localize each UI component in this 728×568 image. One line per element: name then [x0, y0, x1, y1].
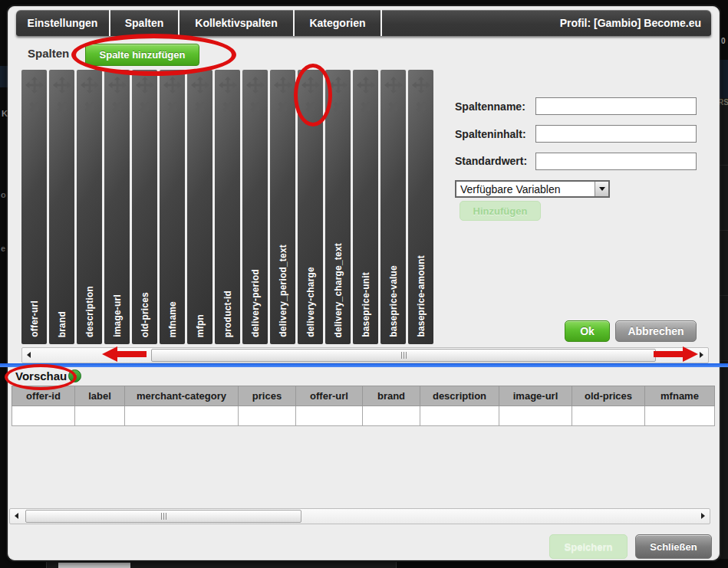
remove-column-icon[interactable]	[219, 99, 236, 115]
sortable-column[interactable]: mfpn	[187, 70, 212, 344]
sortable-column[interactable]: delivery_charge_text	[325, 70, 351, 344]
move-icon[interactable]	[412, 76, 430, 94]
save-button[interactable]: Speichern	[549, 534, 628, 559]
remove-column-icon[interactable]	[413, 99, 429, 115]
move-icon[interactable]	[384, 76, 403, 94]
sortable-column[interactable]: baseprice-amount	[408, 70, 433, 344]
scroll-right-icon[interactable]	[699, 512, 707, 520]
tab-kategorien[interactable]: Kategorien	[295, 10, 382, 36]
tab-kollektivspalten[interactable]: Kollektivspalten	[180, 10, 295, 36]
scroll-left-icon[interactable]	[25, 351, 33, 359]
scrollbar-thumb[interactable]	[151, 349, 656, 362]
scrollbar-thumb[interactable]	[25, 510, 301, 523]
tab-label: Spalten	[125, 17, 164, 29]
add-column-button[interactable]: Spalte hinzufügen	[85, 44, 199, 66]
remove-column-icon[interactable]	[247, 99, 263, 115]
column-label: delivery-period	[250, 269, 261, 337]
move-icon[interactable]	[108, 76, 127, 94]
move-icon[interactable]	[246, 76, 265, 94]
columns-dialog: Einstellungen Spalten Kollektivspalten K…	[8, 6, 720, 560]
remove-column-icon[interactable]	[275, 99, 291, 115]
move-icon[interactable]	[81, 76, 99, 94]
sortable-column[interactable]: product-id	[215, 70, 240, 344]
scroll-right-icon[interactable]	[697, 351, 705, 359]
remove-column-icon[interactable]	[164, 99, 180, 115]
close-button[interactable]: Schließen	[635, 534, 712, 559]
remove-column-icon[interactable]	[137, 99, 153, 115]
preview-title: Vorschau	[15, 369, 67, 382]
remove-column-icon[interactable]	[54, 99, 70, 115]
preview-cell	[645, 406, 715, 426]
remove-column-icon[interactable]	[330, 99, 346, 115]
column-content-label: Spalteninhalt:	[455, 128, 526, 140]
column-name-input[interactable]	[535, 97, 697, 115]
tab-label: Kollektivspalten	[195, 17, 277, 29]
move-icon[interactable]	[25, 76, 44, 94]
preview-cell	[499, 406, 572, 426]
sortable-column[interactable]: baseprice-value	[380, 70, 406, 344]
add-variable-button[interactable]: Hinzufügen	[460, 201, 541, 221]
column-label: old-prices	[140, 292, 150, 337]
move-icon[interactable]	[301, 76, 320, 94]
move-icon[interactable]	[191, 76, 209, 94]
remove-column-icon[interactable]	[357, 99, 374, 115]
info-icon[interactable]: i	[68, 369, 81, 382]
remove-column-icon[interactable]	[385, 99, 401, 115]
tab-spalten[interactable]: Spalten	[110, 10, 180, 36]
preview-header-cell: offer-id	[12, 386, 75, 406]
sortable-column[interactable]: delivery-charge	[298, 70, 323, 344]
column-label: description	[84, 286, 95, 337]
select-dropdown-icon[interactable]	[595, 182, 608, 196]
columns-scrollbar[interactable]	[21, 347, 709, 363]
move-icon[interactable]	[219, 76, 237, 94]
move-icon[interactable]	[274, 76, 292, 94]
move-icon[interactable]	[136, 76, 154, 94]
remove-column-icon[interactable]	[26, 99, 42, 115]
move-icon[interactable]	[53, 76, 71, 94]
column-label: offer-url	[29, 300, 40, 337]
ok-button[interactable]: Ok	[565, 320, 610, 342]
column-label: baseprice-value	[388, 265, 399, 337]
remove-column-icon[interactable]	[81, 99, 97, 115]
background-text-fragment: 0	[721, 37, 726, 45]
sortable-column[interactable]: baseprice-unit	[353, 70, 378, 344]
preview-header-cell: prices	[239, 386, 296, 406]
section-title: Spalten	[28, 47, 69, 60]
default-value-input[interactable]	[535, 153, 697, 170]
move-icon[interactable]	[329, 76, 348, 94]
column-label: delivery_period_text	[278, 245, 288, 337]
move-icon[interactable]	[357, 76, 375, 94]
column-label: mfname	[167, 301, 178, 337]
preview-header-cell: mfname	[645, 386, 715, 406]
remove-column-icon[interactable]	[192, 99, 208, 115]
column-name-label: Spaltenname:	[455, 100, 525, 113]
preview-scrollbar[interactable]	[9, 508, 710, 524]
preview-header-cell: description	[420, 386, 499, 406]
sortable-column[interactable]: delivery-period	[242, 70, 268, 344]
preview-cell	[75, 406, 125, 426]
cancel-button[interactable]: Abbrechen	[615, 320, 697, 342]
sortable-column[interactable]: mfname	[160, 70, 185, 344]
sortable-column[interactable]: description	[77, 70, 102, 344]
preview-cell	[420, 406, 499, 426]
variables-select[interactable]: Verfügbare Variablen	[455, 180, 610, 198]
column-content-input[interactable]	[535, 125, 697, 143]
move-icon[interactable]	[163, 76, 182, 94]
remove-column-icon[interactable]	[302, 99, 318, 115]
scroll-left-icon[interactable]	[13, 512, 21, 520]
sortable-column[interactable]: old-prices	[132, 70, 157, 344]
sortable-column[interactable]: delivery_period_text	[270, 70, 295, 344]
column-label: mfpn	[195, 314, 206, 337]
background-text-fragment: e	[1, 244, 5, 253]
remove-column-icon[interactable]	[109, 99, 125, 115]
tab-label: Einstellungen	[28, 17, 98, 29]
column-label: delivery_charge_text	[333, 243, 344, 337]
preview-empty-row	[12, 406, 715, 426]
tab-einstellungen[interactable]: Einstellungen	[16, 10, 110, 36]
sortable-column[interactable]: brand	[49, 70, 74, 344]
preview-cell	[239, 406, 296, 426]
background-content	[58, 563, 130, 568]
sortable-column[interactable]: image-url	[104, 70, 130, 344]
preview-header-cell: brand	[363, 386, 420, 406]
sortable-column[interactable]: offer-url	[21, 70, 47, 344]
